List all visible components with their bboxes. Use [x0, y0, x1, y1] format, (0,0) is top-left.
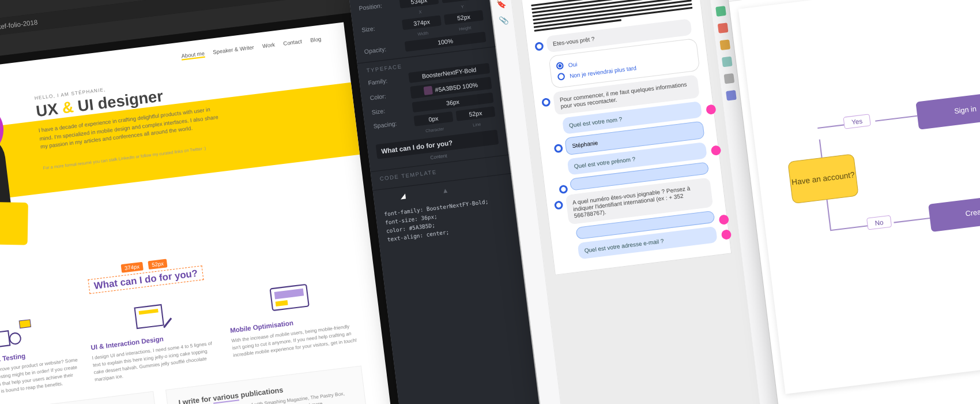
bot-avatar-icon [554, 200, 563, 210]
tool-icon[interactable] [715, 6, 726, 17]
label-position: Position: [359, 1, 397, 12]
section-heading-selected[interactable]: What can I do for you? [88, 265, 204, 294]
service-mobile: Mobile Optimisation With the increase of… [225, 273, 359, 366]
label-family: Family: [368, 75, 406, 86]
color-swatch [424, 86, 433, 95]
action-signin[interactable]: Sign in [915, 90, 980, 129]
svg-rect-0 [0, 331, 10, 347]
label-spacing: Spacing: [373, 118, 411, 129]
css-icon[interactable]: ◢ [400, 192, 406, 200]
label-size: Size: [361, 22, 399, 33]
svg-rect-3 [135, 305, 164, 328]
slide-canvas[interactable]: Have an account? Yes Sign in No Create a… [738, 0, 980, 394]
label-no[interactable]: No [866, 215, 892, 230]
decision-node[interactable]: Have an account? [787, 154, 859, 204]
label-color: Color: [370, 90, 408, 101]
pdf-page[interactable]: Bonjour Etes-vous prêt ? Oui Non je revi… [519, 0, 732, 275]
bot-avatar-icon [541, 98, 551, 107]
measure-width-badge: 374px [120, 262, 144, 273]
tool-icon[interactable] [721, 57, 732, 68]
bot-avatar-icon [534, 42, 544, 51]
reply-dot-icon [718, 214, 729, 225]
browser-window: Sketch Measure × /Users/stephaniewalter/… [0, 0, 404, 404]
nav-contact[interactable]: Contact [283, 38, 303, 47]
nav-blog[interactable]: Blog [310, 36, 322, 44]
bot-avatar-icon [559, 185, 568, 194]
tool-icon[interactable] [719, 39, 730, 50]
label-fsize: Size: [371, 104, 409, 115]
radio-icon [557, 73, 566, 81]
radio-icon [556, 62, 564, 70]
card-writing: I write for various publications I have … [165, 365, 370, 404]
action-create[interactable]: Create account [928, 189, 980, 232]
apple-icon[interactable] [485, 182, 486, 190]
label-yes[interactable]: Yes [843, 114, 870, 129]
tool-icon[interactable] [726, 90, 737, 101]
measure-height-badge: 52px [148, 259, 168, 270]
attachment-icon[interactable]: 📎 [498, 16, 509, 26]
reply-dot-icon [706, 104, 717, 115]
tool-icon[interactable] [717, 23, 728, 33]
reply-dot-icon [711, 145, 722, 156]
svg-line-5 [163, 318, 172, 327]
reply-dot-icon [721, 229, 732, 240]
bot-avatar-icon [554, 144, 563, 153]
nav-about[interactable]: About me [181, 50, 205, 60]
hero-illustration [0, 97, 39, 248]
service-ui: UI & Interaction Design I design UI and … [85, 290, 220, 384]
svg-point-1 [9, 332, 21, 345]
preview-canvas[interactable]: I don't like photos, so my friend Lauren… [0, 13, 404, 404]
android-icon[interactable]: ▲ [442, 186, 449, 195]
service-ux-body: Wondering how to improve your product or… [0, 357, 81, 401]
service-ux: UX, Research & Testing Wondering how to … [0, 307, 81, 401]
card-workshops: I give workshops & conferences I speak a… [0, 391, 161, 404]
svg-rect-2 [19, 320, 31, 328]
nav-work[interactable]: Work [262, 42, 276, 50]
label-opacity: Opacity: [364, 44, 402, 55]
portfolio-page: I don't like photos, so my friend Lauren… [0, 22, 394, 404]
tool-icon[interactable] [723, 73, 734, 84]
nav-speaker[interactable]: Speaker & Writer [213, 44, 255, 57]
bookmark-icon[interactable]: 🔖 [496, 0, 507, 9]
